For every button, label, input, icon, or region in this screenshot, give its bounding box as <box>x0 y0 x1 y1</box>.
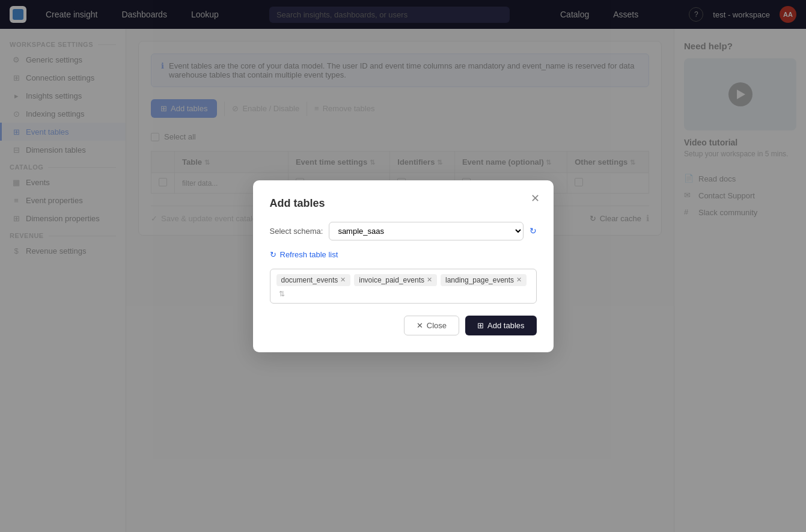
tag-landing-page-events: landing_page_events ✕ <box>441 274 527 286</box>
close-label: Close <box>427 321 447 330</box>
add-tables-modal: Add tables ✕ Select schema: sample_saas … <box>253 180 554 352</box>
schema-select[interactable]: sample_saas <box>329 222 523 240</box>
add-label: Add tables <box>487 321 524 330</box>
tags-box: document_events ✕ invoice_paid_events ✕ … <box>270 269 537 304</box>
schema-row: Select schema: sample_saas ↻ <box>270 222 537 240</box>
modal-close-btn[interactable]: ✕ Close <box>404 316 459 335</box>
schema-refresh-icon[interactable]: ↻ <box>530 226 537 236</box>
schema-select-wrapper: sample_saas <box>329 222 523 240</box>
modal-add-tables-btn[interactable]: ⊞ Add tables <box>465 316 536 335</box>
modal-overlay: Add tables ✕ Select schema: sample_saas … <box>0 0 806 532</box>
refresh-icon-list: ↻ <box>270 250 276 259</box>
modal-title: Add tables <box>270 197 537 210</box>
schema-label: Select schema: <box>270 227 323 236</box>
tag-invoice-paid-events: invoice_paid_events ✕ <box>354 274 437 286</box>
add-table-icon: ⊞ <box>477 321 484 330</box>
tag-label: invoice_paid_events <box>359 276 424 284</box>
refresh-table-label: Refresh table list <box>280 250 338 259</box>
tag-close-document[interactable]: ✕ <box>340 276 346 284</box>
modal-close-button[interactable]: ✕ <box>527 190 544 207</box>
tag-close-invoice[interactable]: ✕ <box>427 276 432 284</box>
tag-label: document_events <box>281 276 338 284</box>
tag-label: landing_page_events <box>445 276 514 284</box>
tag-document-events: document_events ✕ <box>276 274 351 286</box>
refresh-table-list[interactable]: ↻ Refresh table list <box>270 250 537 259</box>
close-x-icon: ✕ <box>417 321 423 330</box>
modal-footer: ✕ Close ⊞ Add tables <box>270 316 537 335</box>
tag-close-landing[interactable]: ✕ <box>516 276 522 284</box>
